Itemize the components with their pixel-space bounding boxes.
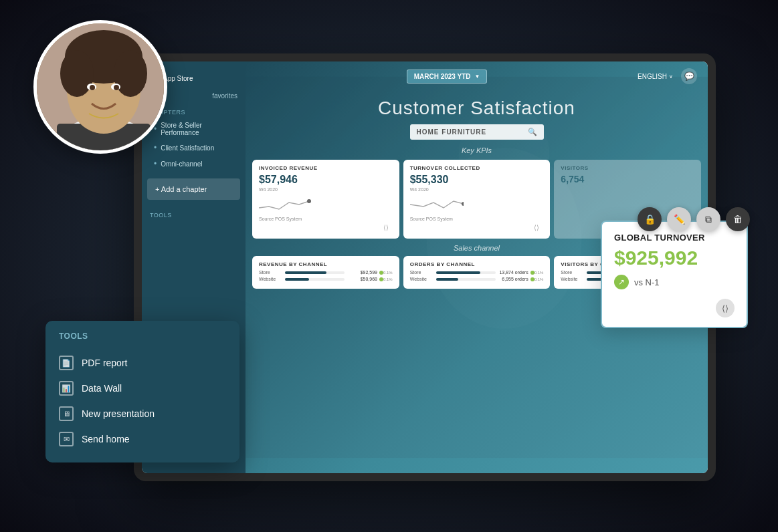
- chevron-down-icon: ▼: [475, 74, 480, 80]
- sidebar-item-omni[interactable]: Omni-channel: [142, 156, 246, 172]
- pdf-icon: 📄: [59, 356, 74, 370]
- global-card-title: GLOBAL TURNOVER: [614, 233, 735, 243]
- copy-button[interactable]: ⧉: [696, 207, 720, 231]
- search-container[interactable]: HOME FURNITURE 🔍: [410, 124, 544, 140]
- svg-point-10: [90, 85, 95, 90]
- turnover-sparkline: [410, 194, 464, 211]
- app-store-label: App Store: [163, 75, 193, 82]
- search-value: HOME FURNITURE: [417, 128, 522, 136]
- pdf-report-item[interactable]: 📄 PDF report: [59, 350, 226, 376]
- kpi-card-turnover: TURNOVER COLLECTED $55,330 W4 2020 Sourc…: [403, 160, 551, 239]
- kpi-turnover-source: Source POS System: [410, 217, 544, 221]
- share-icon-turnover[interactable]: ⟨⟩: [534, 224, 543, 233]
- orders-by-channel-title: ORDERS BY CHANNEL: [410, 261, 544, 267]
- share-icon-invoiced[interactable]: ⟨⟩: [383, 224, 393, 233]
- chat-button[interactable]: 💬: [681, 68, 697, 84]
- svg-point-11: [114, 85, 119, 90]
- kpi-card-invoiced: INVOICED REVENUE $57,946 W4 2020 Source …: [252, 160, 399, 239]
- send-home-label: Send home: [82, 434, 130, 444]
- avatar: [33, 20, 167, 154]
- sidebar-item-omni-label: Omni-channel: [161, 160, 202, 168]
- sidebar-item-client-label: Client Satisfaction: [161, 144, 214, 152]
- channel-card-orders: ORDERS BY CHANNEL Store 13,874 orders 0.…: [403, 256, 551, 289]
- search-icon[interactable]: 🔍: [528, 128, 537, 136]
- header-right: ENGLISH ∨ 💬: [638, 68, 697, 84]
- orders-store-row: Store 13,874 orders 0.1%: [410, 270, 544, 275]
- revenue-by-channel-title: REVENUE BY CHANNEL: [259, 261, 393, 267]
- svg-point-7: [114, 50, 147, 97]
- pdf-report-label: PDF report: [82, 358, 127, 368]
- chevron-down-icon: ∨: [669, 74, 673, 80]
- kpi-section-label: Key KPIs: [246, 146, 708, 154]
- invoiced-sparkline: [259, 194, 312, 211]
- edit-button[interactable]: ✏️: [667, 207, 691, 231]
- kpi-turnover-title: TURNOVER COLLECTED: [410, 165, 544, 171]
- global-card-share-button[interactable]: ⟨⟩: [716, 299, 735, 317]
- kpi-invoiced-value: $57,946: [259, 174, 393, 186]
- delete-button[interactable]: 🗑: [726, 207, 750, 231]
- new-presentation-item[interactable]: 🖥 New presentation: [59, 401, 226, 426]
- revenue-store-row: Store $92,599 0.1%: [259, 270, 393, 275]
- data-wall-label: Data Wall: [82, 383, 122, 394]
- add-chapter-button[interactable]: + Add a chapter: [147, 178, 240, 200]
- svg-point-16: [462, 202, 464, 206]
- dashboard-header: MARCH 2023 YTD ▼ ENGLISH ∨ 💬: [246, 61, 708, 91]
- global-card-value: $925,992: [614, 248, 735, 268]
- data-wall-item[interactable]: 📊 Data Wall: [59, 376, 226, 401]
- kpi-invoiced-title: INVOICED REVENUE: [259, 165, 393, 171]
- channel-card-revenue: REVENUE BY CHANNEL Store $92,599 0.1% We…: [252, 256, 399, 289]
- data-wall-icon: 📊: [59, 381, 74, 396]
- new-presentation-label: New presentation: [82, 408, 155, 419]
- kpi-turnover-meta: W4 2020: [410, 187, 544, 192]
- date-filter[interactable]: MARCH 2023 YTD ▼: [407, 70, 488, 84]
- presentation-icon: 🖥: [59, 406, 74, 421]
- svg-point-6: [60, 50, 94, 97]
- lock-button[interactable]: 🔒: [638, 207, 662, 231]
- tools-panel-title: Tools: [59, 331, 226, 341]
- tools-panel: Tools 📄 PDF report 📊 Data Wall 🖥 New pre…: [45, 321, 239, 462]
- revenue-website-row: Website $50,968 0.1%: [259, 277, 393, 281]
- tools-label: Tools: [142, 207, 246, 221]
- compare-text: vs N-1: [634, 277, 660, 287]
- global-turnover-card: GLOBAL TURNOVER $925,992 ↗ vs N-1 ⟨⟩: [601, 221, 748, 328]
- sidebar-item-store-label: Store & Seller Performance: [161, 122, 237, 136]
- card-actions: 🔒 ✏️ ⧉ 🗑: [638, 207, 750, 231]
- kpi-invoiced-meta: W4 2020: [259, 187, 393, 192]
- global-card-compare: ↗ vs N-1: [614, 275, 735, 289]
- kpi-invoiced-source: Source POS System: [259, 217, 393, 221]
- send-home-item[interactable]: ✉ Send home: [59, 426, 226, 452]
- dashboard-title: Customer Satisfaction: [246, 91, 708, 124]
- orders-website-row: Website 6,955 orders 0.1%: [410, 277, 544, 281]
- person-photo: [37, 23, 164, 150]
- send-home-icon: ✉: [59, 432, 74, 446]
- kpi-turnover-value: $55,330: [410, 174, 544, 186]
- svg-point-15: [307, 199, 311, 203]
- search-bar: HOME FURNITURE 🔍: [246, 124, 708, 140]
- arrow-up-icon: ↗: [614, 275, 629, 289]
- language-selector[interactable]: ENGLISH ∨: [638, 73, 673, 80]
